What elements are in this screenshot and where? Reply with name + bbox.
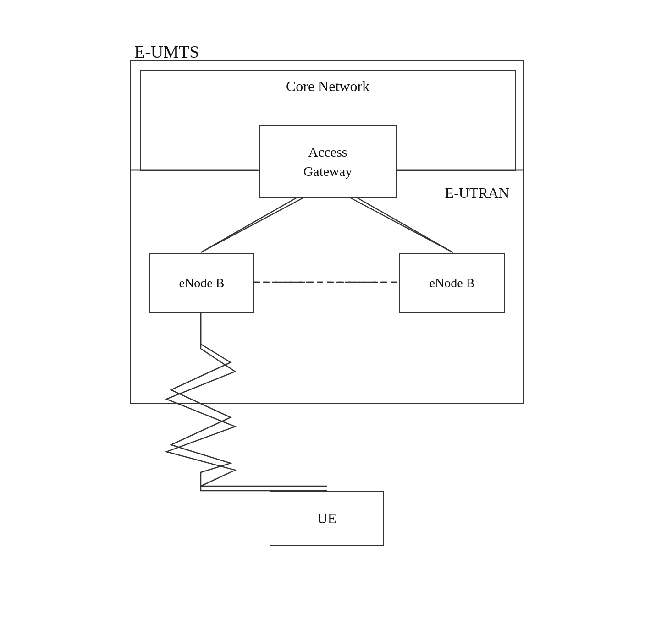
e-umts-outer-box: E-UMTS Core Network E-UTRAN Access Gatew… [130, 60, 524, 404]
enode-b-left-label: eNode B [150, 254, 253, 312]
ue-label: UE [270, 492, 383, 545]
access-gateway-label: Access Gateway [260, 126, 396, 197]
diagram-area: E-UMTS Core Network E-UTRAN Access Gatew… [130, 60, 542, 564]
enode-b-left-box: eNode B [149, 253, 254, 313]
enode-b-right-box: eNode B [399, 253, 505, 313]
ue-box: UE [270, 491, 384, 546]
e-umts-label: E-UMTS [134, 42, 199, 62]
core-network-label: Core Network [141, 78, 515, 95]
e-utran-label: E-UTRAN [445, 185, 509, 202]
access-gateway-box: Access Gateway [259, 125, 397, 198]
diagram-container: E-UMTS Core Network E-UTRAN Access Gatew… [0, 0, 672, 624]
enode-b-right-label: eNode B [400, 254, 504, 312]
